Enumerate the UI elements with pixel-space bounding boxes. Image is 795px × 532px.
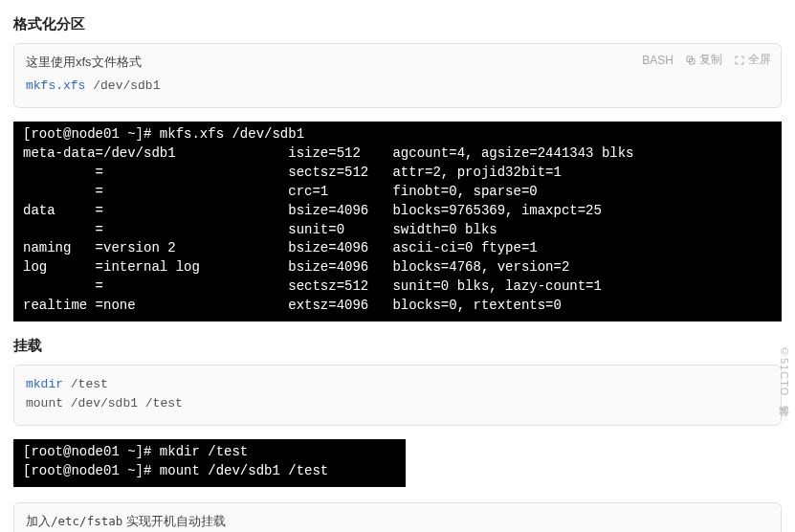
code-cmd: mkfs.xfs <box>26 78 85 93</box>
note-pre: 加入 <box>26 514 51 528</box>
watermark: ©51CTO博客 <box>777 345 791 398</box>
code-cmd-mkdir: mkdir <box>26 377 63 391</box>
fullscreen-icon <box>734 55 745 66</box>
copy-icon <box>685 55 696 66</box>
code-block-mkfs: BASH 复制 全屏 这里使用xfs文件格式 mkfs.xfs /dev/sdb… <box>13 43 782 108</box>
fullscreen-button[interactable]: 全屏 <box>734 52 771 68</box>
code-content: mkdir /test mount /dev/sdb1 /test <box>26 375 769 413</box>
copy-button[interactable]: 复制 <box>685 52 722 68</box>
code-lang-label: BASH <box>642 54 674 67</box>
terminal-output-mount: [root@node01 ~]# mkdir /test [root@node0… <box>13 439 406 487</box>
code-arg-mkdir: /test <box>63 377 108 391</box>
code-line-mount: mount /dev/sdb1 /test <box>26 396 183 410</box>
terminal-output-mkfs: [root@node01 ~]# mkfs.xfs /dev/sdb1 meta… <box>13 122 782 321</box>
copy-label: 复制 <box>699 52 722 68</box>
fstab-note: 加入/etc/fstab 实现开机自动挂载 <box>26 513 769 530</box>
code-arg: /dev/sdb1 <box>85 78 160 93</box>
code-toolbar: BASH 复制 全屏 <box>642 52 771 68</box>
code-block-fstab: 加入/etc/fstab 实现开机自动挂载 echo "/dev/sdb1 /t… <box>13 502 782 532</box>
section-heading-format: 格式化分区 <box>13 15 782 33</box>
code-content: mkfs.xfs /dev/sdb1 <box>26 77 769 96</box>
code-block-mount: mkdir /test mount /dev/sdb1 /test <box>13 365 782 426</box>
note-code: /etc/fstab <box>51 514 122 528</box>
note-post: 实现开机自动挂载 <box>122 514 226 528</box>
section-heading-mount: 挂载 <box>13 337 782 355</box>
fullscreen-label: 全屏 <box>748 52 771 68</box>
